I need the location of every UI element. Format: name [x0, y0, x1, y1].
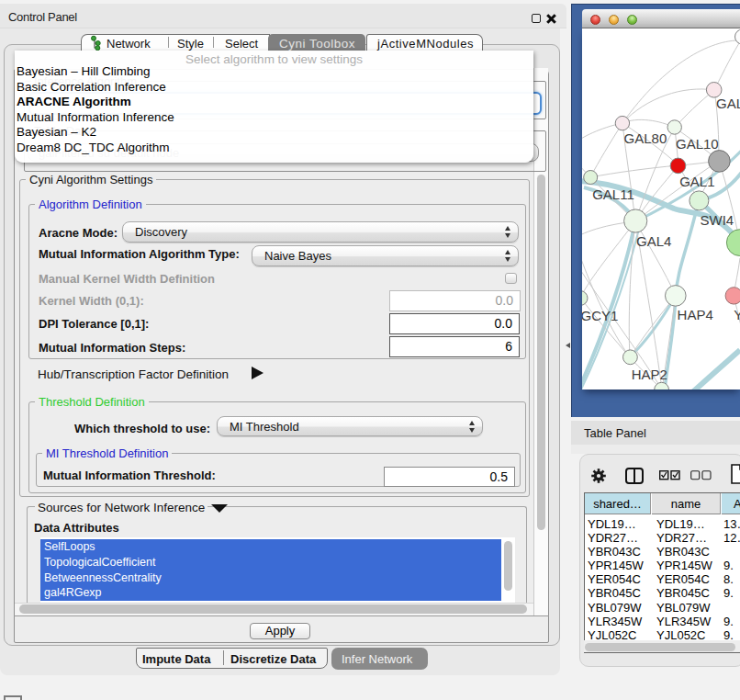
svg-text:HAP2: HAP2 — [632, 367, 667, 382]
svg-text:GAL80: GAL80 — [624, 130, 667, 146]
svg-text:GAL10: GAL10 — [676, 136, 719, 152]
svg-text:GCY1: GCY1 — [582, 308, 618, 323]
svg-text:GAL1: GAL1 — [679, 174, 714, 189]
svg-text:Y: Y — [734, 307, 740, 322]
svg-text:GAL4: GAL4 — [636, 233, 671, 249]
svg-text:HAP4: HAP4 — [678, 307, 713, 322]
svg-text:GAL7: GAL7 — [716, 96, 740, 111]
svg-text:SWI4: SWI4 — [701, 212, 734, 228]
svg-text:GAL11: GAL11 — [592, 186, 634, 202]
